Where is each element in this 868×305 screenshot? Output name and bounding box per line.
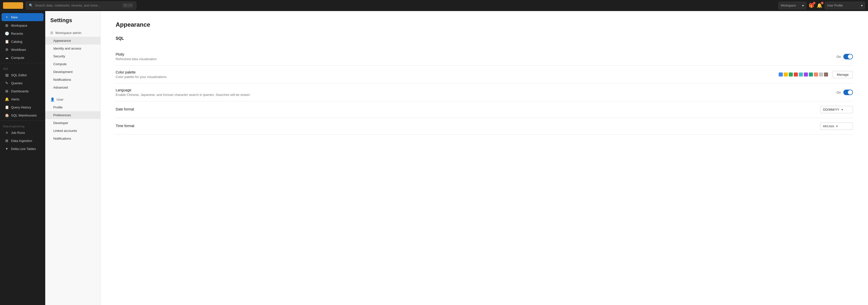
sidebar-item-workspace[interactable]: ⊞ Workspace xyxy=(1,22,43,29)
swatch-2 xyxy=(789,73,793,77)
job-runs-icon: ≡ xyxy=(4,131,9,135)
new-label: New xyxy=(11,15,18,19)
time-format-row: Time format HH:mm ▾ xyxy=(116,118,853,135)
swatch-9 xyxy=(824,73,828,77)
sidebar-item-compute[interactable]: ☁ Compute xyxy=(1,54,43,61)
sidebar-compute-label: Compute xyxy=(11,56,24,60)
plotly-control: On xyxy=(837,54,853,59)
date-format-select[interactable]: DD/MM/YY ▾ xyxy=(820,106,853,113)
swatch-3 xyxy=(794,73,798,77)
manage-button[interactable]: Manage xyxy=(833,71,853,78)
sidebar-item-delta-live-tables[interactable]: ✦ Delta Live Tables xyxy=(1,145,43,152)
sidebar-workflows-label: Workflows xyxy=(11,48,26,52)
swatch-6 xyxy=(809,73,813,77)
plotly-label: Plotly xyxy=(116,52,837,56)
chevron-down-icon: ▾ xyxy=(802,3,804,7)
time-format-value: HH:mm xyxy=(823,124,834,128)
notification-icon[interactable]: 🔔1 xyxy=(817,3,822,8)
settings-nav-notifications[interactable]: Notifications xyxy=(45,76,100,84)
settings-nav-notifications-user[interactable]: Notifications xyxy=(45,135,100,142)
user-label: User xyxy=(57,98,63,102)
swatch-8 xyxy=(819,73,823,77)
sidebar-item-dashboards[interactable]: ⊞ Dashboards xyxy=(1,87,43,95)
delta-live-tables-icon: ✦ xyxy=(4,147,9,151)
catalog-icon: 📋 xyxy=(4,39,9,44)
sidebar: ＋ New ⊞ Workspace 🕐 Recents 📋 Catalog ⚙ … xyxy=(0,11,45,305)
sql-section-title: SQL xyxy=(116,36,853,43)
user-icon: 👤 xyxy=(50,98,55,102)
sidebar-catalog-label: Catalog xyxy=(11,40,22,44)
alerts-icon: 🔔 xyxy=(4,97,9,101)
sidebar-item-queries[interactable]: ✎ Queries xyxy=(1,79,43,87)
language-toggle-knob xyxy=(848,90,852,94)
sidebar-dashboards-label: Dashboards xyxy=(11,89,29,93)
sidebar-item-recents[interactable]: 🕐 Recents xyxy=(1,30,43,37)
workspace-admin-label: Workspace admin xyxy=(55,31,82,35)
sql-warehouses-icon: 🏠 xyxy=(4,113,9,117)
time-format-label: Time format xyxy=(116,124,820,128)
settings-nav-advanced[interactable]: Advanced xyxy=(45,84,100,91)
workspace-dropdown[interactable]: Workspace ▾ xyxy=(778,2,806,9)
language-control: On xyxy=(837,90,853,95)
settings-nav-identity-access[interactable]: Identity and access xyxy=(45,45,100,52)
sidebar-item-job-runs[interactable]: ≡ Job Runs xyxy=(1,129,43,136)
sidebar-divider-2 xyxy=(0,120,45,121)
settings-title: Settings xyxy=(45,17,100,29)
search-bar[interactable]: 🔍 Search data, notebooks, recents, and m… xyxy=(26,1,136,9)
date-format-row: Date format DD/MM/YY ▾ xyxy=(116,102,853,118)
sidebar-item-data-ingestion[interactable]: ⊞ Data Ingestion xyxy=(1,137,43,144)
sidebar-queries-label: Queries xyxy=(11,81,23,85)
plotly-row: Plotly Refreshed data visualization On xyxy=(116,48,853,66)
settings-nav-compute[interactable]: Compute xyxy=(45,60,100,68)
sidebar-item-sql-editor[interactable]: ▤ SQL Editor xyxy=(1,71,43,79)
queries-icon: ✎ xyxy=(4,81,9,85)
sidebar-item-catalog[interactable]: 📋 Catalog xyxy=(1,38,43,45)
data-engineering-section-label: Data Engineering xyxy=(0,122,45,129)
language-desc: Enable Chinese, Japanese, and Korean cha… xyxy=(116,93,837,96)
time-format-arrow: ▾ xyxy=(836,124,838,128)
language-toggle[interactable] xyxy=(843,90,853,95)
settings-nav-profile[interactable]: Profile xyxy=(45,104,100,111)
plotly-toggle-knob xyxy=(848,54,852,59)
workflows-icon: ⚙ xyxy=(4,48,9,52)
date-format-info: Date format xyxy=(116,107,820,112)
settings-nav-linked-accounts[interactable]: Linked accounts xyxy=(45,127,100,135)
settings-nav-developer[interactable]: Developer xyxy=(45,119,100,127)
profile-dropdown[interactable]: User Profile ▾ xyxy=(825,2,865,9)
sidebar-sql-warehouses-label: SQL Warehouses xyxy=(11,113,37,117)
notification-badge: 1 xyxy=(821,2,824,4)
sidebar-item-workflows[interactable]: ⚙ Workflows xyxy=(1,46,43,53)
chevron-down-icon-profile: ▾ xyxy=(861,3,863,7)
recents-icon: 🕐 xyxy=(4,31,9,35)
sidebar-new-button[interactable]: ＋ New xyxy=(1,13,43,21)
swatch-4 xyxy=(799,73,803,77)
sidebar-item-query-history[interactable]: 📋 Query History xyxy=(1,104,43,111)
swatch-0 xyxy=(779,73,783,77)
plotly-toggle[interactable] xyxy=(843,54,853,59)
color-palette-label: Color palette xyxy=(116,70,779,74)
sql-section-label: SQL xyxy=(0,64,45,71)
sidebar-item-alerts[interactable]: 🔔 Alerts xyxy=(1,95,43,103)
time-format-info: Time format xyxy=(116,124,820,129)
data-ingestion-icon: ⊞ xyxy=(4,139,9,143)
sidebar-delta-live-tables-label: Delta Live Tables xyxy=(11,147,36,151)
sidebar-recents-label: Recents xyxy=(11,32,23,35)
sidebar-data-ingestion-label: Data Ingestion xyxy=(11,139,32,143)
workspace-icon: ⊞ xyxy=(4,23,9,27)
language-info: Language Enable Chinese, Japanese, and K… xyxy=(116,88,837,96)
logo xyxy=(3,2,23,9)
language-row: Language Enable Chinese, Japanese, and K… xyxy=(116,84,853,102)
settings-nav-preferences[interactable]: Preferences xyxy=(45,111,100,119)
sidebar-sql-editor-label: SQL Editor xyxy=(11,73,27,77)
workspace-dropdown-label: Workspace xyxy=(781,4,801,7)
settings-nav-appearance[interactable]: Appearance xyxy=(45,37,100,45)
gift-icon[interactable]: 🎁 xyxy=(809,3,814,8)
time-format-control: HH:mm ▾ xyxy=(820,122,853,130)
page-title: Appearance xyxy=(116,21,853,28)
time-format-select[interactable]: HH:mm ▾ xyxy=(820,122,853,130)
settings-nav-security[interactable]: Security xyxy=(45,52,100,60)
settings-layout: Settings ⊞ Workspace admin Appearance Id… xyxy=(45,11,868,305)
sidebar-item-sql-warehouses[interactable]: 🏠 SQL Warehouses xyxy=(1,111,43,119)
plotly-info: Plotly Refreshed data visualization xyxy=(116,52,837,61)
settings-nav-development[interactable]: Development xyxy=(45,68,100,76)
